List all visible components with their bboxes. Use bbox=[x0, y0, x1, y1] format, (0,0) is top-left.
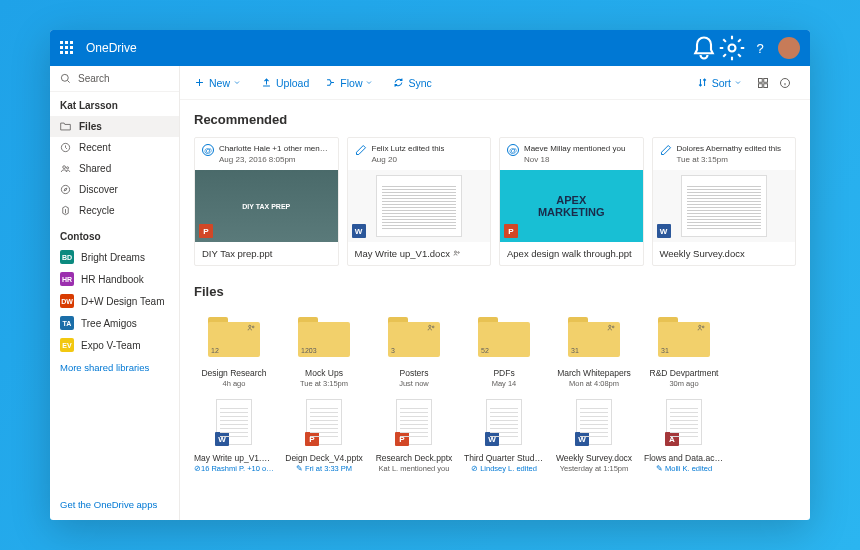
activity-time: Nov 18 bbox=[524, 155, 625, 165]
clock-icon bbox=[60, 142, 71, 153]
file-subtitle: Just now bbox=[374, 379, 454, 388]
activity-time: Tue at 3:15pm bbox=[677, 155, 782, 165]
settings-icon[interactable] bbox=[718, 34, 746, 62]
sidebar: Search Kat Larsson Files Recent Shared D… bbox=[50, 66, 180, 520]
recommended-card[interactable]: Dolores Abernathy edited thisTue at 3:15… bbox=[652, 137, 797, 266]
file-subtitle: ✎ Molli K. edited bbox=[644, 464, 724, 473]
toolbar: New Upload Flow Sync Sort bbox=[180, 66, 810, 100]
info-pane-button[interactable] bbox=[774, 72, 796, 94]
notifications-icon[interactable] bbox=[690, 34, 718, 62]
file-item[interactable]: PResearch Deck.pptxKat L. mentioned you bbox=[374, 394, 454, 473]
library-item[interactable]: HRHR Handbook bbox=[50, 268, 179, 290]
search-icon bbox=[60, 73, 71, 84]
document-thumbnail: W bbox=[216, 399, 252, 445]
file-item[interactable]: WMay Write up_V1.docx⊘16 Rashmi P. +10 o… bbox=[194, 394, 274, 473]
folder-item[interactable]: 3PostersJust now bbox=[374, 309, 454, 388]
file-name: Design Research bbox=[194, 368, 274, 378]
more-libraries-link[interactable]: More shared libraries bbox=[50, 356, 179, 379]
view-tiles-button[interactable] bbox=[752, 72, 774, 94]
word-icon: W bbox=[657, 224, 671, 238]
svg-point-16 bbox=[432, 326, 434, 328]
folder-icon: 31 bbox=[568, 317, 620, 357]
thumbnail bbox=[681, 175, 767, 237]
thumbnail bbox=[376, 175, 462, 237]
svg-rect-7 bbox=[764, 78, 768, 82]
svg-point-4 bbox=[67, 167, 69, 169]
folder-icon: 52 bbox=[478, 317, 530, 357]
file-item[interactable]: WThird Quarter Study.docx⊘ Lindsey L. ed… bbox=[464, 394, 544, 473]
library-badge: TA bbox=[60, 316, 74, 330]
file-item[interactable]: WWeekly Survey.docxYesterday at 1:15pm bbox=[554, 394, 634, 473]
folder-icon: 3 bbox=[388, 317, 440, 357]
library-name: Tree Amigos bbox=[81, 318, 137, 329]
powerpoint-icon: P bbox=[504, 224, 518, 238]
activity-text: Dolores Abernathy edited this bbox=[677, 144, 782, 154]
folder-icon: 31 bbox=[658, 317, 710, 357]
nav-shared[interactable]: Shared bbox=[50, 158, 179, 179]
document-thumbnail: P bbox=[306, 399, 342, 445]
activity-time: Aug 20 bbox=[372, 155, 445, 165]
main-area: New Upload Flow Sync Sort Recommended @C… bbox=[180, 66, 810, 520]
svg-point-17 bbox=[609, 325, 611, 327]
library-badge: BD bbox=[60, 250, 74, 264]
app-window: OneDrive ? Search Kat Larsson Files Rece… bbox=[50, 30, 810, 520]
file-subtitle: Kat L. mentioned you bbox=[374, 464, 454, 473]
folder-item[interactable]: 31R&D Devpartment30m ago bbox=[644, 309, 724, 388]
document-thumbnail: W bbox=[486, 399, 522, 445]
file-item[interactable]: AFlows and Data.accdb✎ Molli K. edited bbox=[644, 394, 724, 473]
folder-item[interactable]: 1203Mock UpsTue at 3:15pm bbox=[284, 309, 364, 388]
share-icon bbox=[247, 323, 256, 332]
library-item[interactable]: BDBright Dreams bbox=[50, 246, 179, 268]
library-item[interactable]: EVExpo V-Team bbox=[50, 334, 179, 356]
powerpoint-icon: P bbox=[199, 224, 213, 238]
get-apps-link[interactable]: Get the OneDrive apps bbox=[50, 489, 179, 520]
svg-point-20 bbox=[702, 326, 704, 328]
upload-button[interactable]: Upload bbox=[261, 77, 309, 89]
file-subtitle: 4h ago bbox=[194, 379, 274, 388]
sync-button[interactable]: Sync bbox=[393, 77, 431, 89]
file-item[interactable]: PDeign Deck_V4.pptx✎ Fri at 3:33 PM bbox=[284, 394, 364, 473]
new-button[interactable]: New bbox=[194, 77, 245, 89]
recommended-card[interactable]: @Maeve Millay mentioned youNov 18APEXMAR… bbox=[499, 137, 644, 266]
nav-recent[interactable]: Recent bbox=[50, 137, 179, 158]
share-icon bbox=[607, 323, 616, 332]
sort-button[interactable]: Sort bbox=[697, 77, 746, 89]
content-area: Recommended @Charlotte Hale +1 other men… bbox=[180, 100, 810, 520]
mention-icon: @ bbox=[202, 144, 214, 156]
app-launcher-icon[interactable] bbox=[60, 41, 74, 55]
powerpoint-icon: P bbox=[305, 432, 319, 446]
library-badge: HR bbox=[60, 272, 74, 286]
nav-discover[interactable]: Discover bbox=[50, 179, 179, 200]
file-name: Apex design walk through.ppt bbox=[500, 242, 643, 265]
recycle-icon bbox=[60, 205, 71, 216]
svg-point-13 bbox=[249, 325, 251, 327]
chevron-down-icon bbox=[365, 77, 373, 88]
share-icon bbox=[427, 323, 436, 332]
file-subtitle: Yesterday at 1:15pm bbox=[554, 464, 634, 473]
file-subtitle: ⊘16 Rashmi P. +10 others bbox=[194, 464, 274, 473]
recommended-card[interactable]: Felix Lutz edited thisAug 20WMay Write u… bbox=[347, 137, 492, 266]
nav-files[interactable]: Files bbox=[50, 116, 179, 137]
folder-item[interactable]: 31March WhitepapersMon at 4:08pm bbox=[554, 309, 634, 388]
svg-point-11 bbox=[454, 251, 456, 253]
flow-button[interactable]: Flow bbox=[325, 77, 377, 89]
library-item[interactable]: DWD+W Design Team bbox=[50, 290, 179, 312]
folder-item[interactable]: 52PDFsMay 14 bbox=[464, 309, 544, 388]
svg-point-14 bbox=[252, 326, 254, 328]
file-name: Mock Ups bbox=[284, 368, 364, 378]
folder-item[interactable]: 12Design Research4h ago bbox=[194, 309, 274, 388]
search-box[interactable]: Search bbox=[50, 66, 179, 92]
folder-icon bbox=[60, 121, 71, 132]
word-icon: W bbox=[215, 432, 229, 446]
help-icon[interactable]: ? bbox=[746, 34, 774, 62]
svg-point-3 bbox=[63, 166, 66, 169]
library-item[interactable]: TATree Amigos bbox=[50, 312, 179, 334]
file-name: PDFs bbox=[464, 368, 544, 378]
nav-recycle[interactable]: Recycle bbox=[50, 200, 179, 221]
svg-rect-6 bbox=[759, 78, 763, 82]
word-icon: W bbox=[575, 432, 589, 446]
recommended-card[interactable]: @Charlotte Hale +1 other menti...Aug 23,… bbox=[194, 137, 339, 266]
file-name: R&D Devpartment bbox=[644, 368, 724, 378]
file-name: May Write up_V1.docx bbox=[194, 453, 274, 463]
user-avatar[interactable] bbox=[778, 37, 800, 59]
